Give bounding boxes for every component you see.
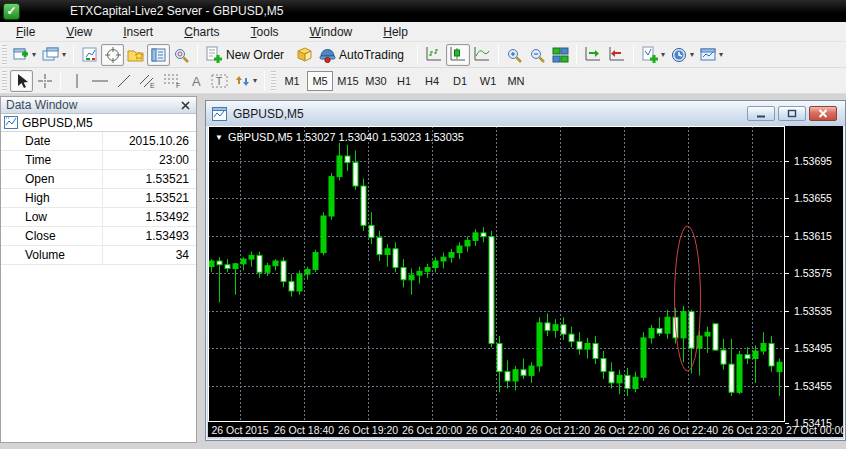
candle-22:10[interactable] [633,377,638,388]
close-button[interactable] [809,106,837,121]
candle-21:20[interactable] [553,325,558,331]
minimize-button[interactable] [747,106,775,121]
candle-23:10[interactable] [729,364,734,392]
terminal-button[interactable] [147,44,170,66]
auto-scroll-button[interactable] [581,44,605,66]
candle-18:30[interactable] [281,261,286,282]
candle-23:15[interactable] [737,355,742,393]
candle-18:25[interactable] [273,261,278,266]
candle-20:35[interactable] [481,233,486,237]
timeframe-button-m30[interactable]: M30 [363,71,389,91]
price-axis[interactable]: 1.536951.536551.536151.535751.535351.534… [785,126,843,422]
candle-20:40[interactable] [489,237,494,344]
equidistant-channel-button[interactable]: E [135,70,159,92]
candle-23:25[interactable] [753,351,758,359]
text-label-button[interactable]: T [208,70,232,92]
candle-20:05[interactable] [433,261,438,268]
menu-item-help[interactable]: Help [371,23,420,41]
candle-18:35[interactable] [289,282,294,291]
timeframe-button-mn[interactable]: MN [503,71,529,91]
profiles-button[interactable]: ▾ [39,44,69,66]
data-window-symbol-row[interactable]: GBPUSD,M5 [1,114,196,132]
chart-window-titlebar[interactable]: GBPUSD,M5 [206,101,845,126]
timeframe-button-m15[interactable]: M15 [335,71,361,91]
candle-19:05[interactable] [337,156,342,177]
candle-19:10[interactable] [345,156,350,163]
candle-22:15[interactable] [641,338,646,377]
cursor-button[interactable] [10,70,33,92]
candle-23:35[interactable] [769,344,774,367]
timeframe-button-m1[interactable]: M1 [279,71,305,91]
close-icon[interactable] [179,99,191,111]
metaeditor-button[interactable] [293,44,316,66]
candle-20:10[interactable] [441,257,446,261]
candle-18:45[interactable] [305,269,310,274]
candle-21:40[interactable] [585,344,590,350]
candle-21:15[interactable] [545,323,550,331]
new-order-button[interactable]: New Order [202,44,293,66]
candle-22:05[interactable] [625,375,630,388]
candle-21:10[interactable] [537,323,542,366]
candle-20:25[interactable] [465,240,470,246]
new-chart-button[interactable]: ▾ [10,44,39,66]
candle-20:30[interactable] [473,233,478,241]
candle-18:50[interactable] [313,253,318,270]
chart-shift-button[interactable] [605,44,629,66]
timeframe-button-h1[interactable]: H1 [391,71,417,91]
candle-23:40[interactable] [777,362,782,371]
candle-23:00[interactable] [713,324,718,350]
candle-19:15[interactable] [353,163,358,186]
candle-18:20[interactable] [265,266,270,273]
chart-line-button[interactable] [470,44,494,66]
candle-19:50[interactable] [409,275,414,280]
timeframe-button-d1[interactable]: D1 [447,71,473,91]
candle-19:35[interactable] [385,249,390,255]
candle-19:20[interactable] [361,186,366,225]
candle-21:00[interactable] [521,370,526,376]
candle-22:55[interactable] [705,332,710,336]
menu-item-tools[interactable]: Tools [239,23,291,41]
candle-19:40[interactable] [393,249,398,268]
toolbar-grip[interactable] [271,71,276,91]
candle-23:20[interactable] [745,355,750,359]
data-window-titlebar[interactable]: Data Window [1,97,196,114]
market-watch-button[interactable] [78,44,101,66]
chart-candles-button[interactable] [446,44,470,66]
candle-21:35[interactable] [577,342,582,350]
text-button[interactable]: A [185,70,208,92]
menu-item-file[interactable]: File [4,23,47,41]
menu-item-view[interactable]: View [54,23,104,41]
arrows-button[interactable]: ▾ [232,70,260,92]
toolbar-grip[interactable] [2,71,7,91]
strategy-tester-button[interactable] [170,44,193,66]
restore-button[interactable] [778,106,806,121]
candle-22:25[interactable] [657,329,662,334]
menu-item-insert[interactable]: Insert [111,23,165,41]
candle-20:20[interactable] [457,246,462,253]
candle-22:40[interactable] [681,312,686,338]
chart-area[interactable]: ▼GBPUSD,M5 1.53027 1.53040 1.53023 1.530… [208,126,843,437]
candle-21:45[interactable] [593,344,598,359]
candle-17:50[interactable] [217,261,222,265]
trendline-button[interactable] [112,70,135,92]
candle-18:15[interactable] [257,255,262,272]
zoom-in-button[interactable] [503,44,526,66]
candle-20:45[interactable] [497,344,502,372]
candle-19:25[interactable] [369,225,374,237]
templates-button[interactable]: ▾ [697,44,726,66]
candle-18:10[interactable] [249,255,254,259]
time-axis[interactable]: 26 Oct 201526 Oct 18:4026 Oct 19:2026 Oc… [208,422,843,437]
menu-item-window[interactable]: Window [298,23,365,41]
candle-19:30[interactable] [377,238,382,255]
fibonacci-button[interactable]: F [159,70,185,92]
ellipse-annotation[interactable] [675,226,701,371]
candle-18:40[interactable] [297,274,302,291]
toolbar-grip[interactable] [2,45,7,65]
candlestick-plot[interactable] [208,126,785,422]
candle-19:00[interactable] [329,177,334,216]
vertical-line-button[interactable] [65,70,88,92]
timeframe-button-m5[interactable]: M5 [307,71,333,91]
candle-22:30[interactable] [665,317,670,333]
candle-20:15[interactable] [449,253,454,258]
candle-17:45[interactable] [209,261,214,267]
